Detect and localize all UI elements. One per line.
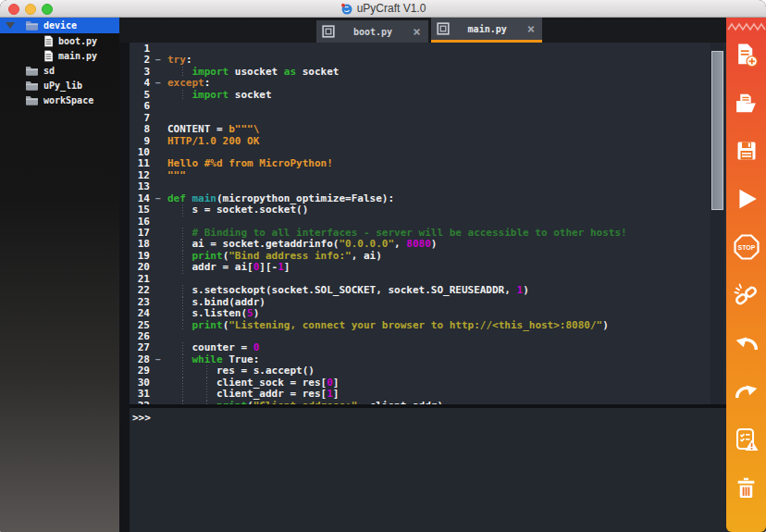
code-text: print("Client address:", client_addr) — [166, 401, 726, 404]
stop-button[interactable]: STOP — [726, 223, 766, 271]
undo-button[interactable] — [726, 319, 766, 367]
tab-main-py[interactable]: main.py× — [431, 18, 543, 43]
repl-prompt: >>> — [132, 412, 151, 424]
fold-gutter — [150, 136, 166, 147]
syntax-check-button[interactable] — [726, 415, 766, 464]
line-number: 24 — [130, 308, 150, 319]
fold-marker-icon[interactable]: − — [150, 193, 166, 204]
fold-marker-icon[interactable]: − — [150, 354, 166, 365]
window-controls — [8, 4, 53, 15]
fold-gutter — [150, 101, 166, 112]
code-text: import socket — [166, 90, 726, 101]
line-number: 31 — [130, 389, 150, 400]
fold-gutter — [150, 113, 166, 124]
code-line[interactable]: 6 — [130, 101, 726, 112]
editor-scrollbar-thumb[interactable] — [711, 51, 723, 210]
close-button[interactable] — [8, 4, 19, 15]
fold-gutter — [150, 217, 166, 228]
code-line[interactable]: 1 — [130, 43, 726, 55]
fold-gutter — [150, 170, 166, 181]
code-line[interactable]: 15 s = socket.socket() — [130, 204, 726, 216]
redo-icon — [734, 378, 760, 404]
sidebar-item-sd[interactable]: sd — [0, 63, 119, 78]
code-text: s = socket.socket() — [166, 204, 726, 216]
open-file-icon — [734, 91, 759, 116]
code-line[interactable]: 5 import socket — [130, 90, 726, 101]
open-file-button[interactable] — [726, 79, 766, 127]
fold-gutter — [150, 239, 166, 250]
connect-button[interactable] — [726, 271, 766, 319]
fold-gutter — [150, 365, 166, 377]
fold-gutter — [150, 124, 166, 135]
terminal-console[interactable]: >>> — [130, 408, 726, 532]
tab-bar: boot.py× main.py× — [119, 18, 726, 43]
save-button[interactable] — [726, 127, 766, 175]
line-number: 22 — [130, 285, 150, 296]
code-editor[interactable]: 12−try:3 import usocket as socket4−excep… — [130, 43, 726, 404]
code-text — [166, 101, 726, 112]
code-text: Hello #%d from MicroPython! — [166, 158, 726, 169]
sidebar-item-label: uPy_lib — [43, 80, 82, 91]
code-line[interactable]: 32 print("Client address:", client_addr) — [130, 401, 726, 404]
minimize-button[interactable] — [25, 4, 36, 15]
window-title: uPyCraft V1.0 — [357, 2, 426, 15]
fold-gutter — [150, 308, 166, 319]
editor-area: boot.py× main.py× 12−try:3 import usocke… — [119, 18, 726, 532]
code-line[interactable]: 9HTTP/1.0 200 OK — [130, 136, 726, 147]
tab-close-icon[interactable]: × — [411, 27, 422, 36]
fold-gutter — [150, 274, 166, 285]
tab-boot-py[interactable]: boot.py× — [316, 20, 428, 43]
undo-icon — [734, 330, 760, 356]
fold-marker-icon[interactable]: − — [150, 55, 166, 66]
toolbar: STOP — [726, 18, 766, 532]
zoom-button[interactable] — [42, 4, 53, 15]
fold-gutter — [150, 297, 166, 308]
download-run-button[interactable] — [726, 175, 766, 223]
sidebar-item-main-py[interactable]: main.py — [0, 48, 119, 63]
code-text: print("Listening, connect your browser t… — [166, 320, 726, 331]
code-line[interactable]: 11Hello #%d from MicroPython! — [130, 158, 726, 169]
disclosure-triangle-icon[interactable] — [6, 22, 15, 29]
line-number: 15 — [130, 204, 150, 216]
upycraft-window: uPyCraft V1.0 device boot.py main.py sd … — [0, 0, 766, 532]
new-file-button[interactable] — [726, 31, 766, 79]
sidebar-item-boot-py[interactable]: boot.py — [0, 33, 119, 48]
fold-gutter — [150, 67, 166, 78]
folder-icon — [25, 80, 39, 91]
tab-window-icon — [437, 22, 450, 35]
code-line[interactable]: 25 print("Listening, connect your browse… — [130, 320, 726, 331]
fold-marker-icon[interactable]: − — [150, 78, 166, 89]
folder-icon — [25, 20, 39, 31]
sidebar-item-upy-lib[interactable]: uPy_lib — [0, 78, 119, 93]
save-icon — [735, 139, 759, 163]
code-line[interactable]: 20 addr = ai[0][-1] — [130, 262, 726, 273]
toolbar-zigzag-decoration — [727, 19, 766, 31]
clear-button[interactable] — [726, 464, 766, 512]
fold-gutter — [150, 181, 166, 192]
code-line[interactable]: 12""" — [130, 170, 726, 181]
sidebar-item-label: sd — [43, 66, 55, 76]
fold-gutter — [150, 262, 166, 273]
fold-gutter — [150, 251, 166, 262]
code-text: HTTP/1.0 200 OK — [166, 136, 726, 147]
redo-button[interactable] — [726, 367, 766, 415]
fold-gutter — [150, 43, 166, 55]
app-logo-icon — [340, 3, 352, 15]
fold-gutter — [150, 389, 166, 400]
tab-close-icon[interactable]: × — [525, 24, 537, 33]
file-tree-sidebar: device boot.py main.py sd uPy_lib workSp… — [0, 18, 119, 532]
sidebar-item-label: main.py — [58, 51, 97, 61]
line-number: 29 — [130, 365, 150, 377]
run-icon — [734, 186, 760, 212]
code-line[interactable]: 3 import usocket as socket — [130, 67, 726, 78]
sidebar-item-device[interactable]: device — [0, 18, 119, 33]
sidebar-item-workspace[interactable]: workSpace — [0, 93, 119, 107]
line-number: 6 — [130, 101, 150, 112]
folder-icon — [25, 66, 39, 76]
fold-gutter — [150, 228, 166, 239]
title-bar: uPyCraft V1.0 — [0, 0, 766, 18]
tab-label: main.py — [457, 24, 518, 34]
code-text: addr = ai[0][-1] — [166, 262, 726, 273]
syntax-check-icon — [734, 427, 760, 452]
fold-gutter — [150, 285, 166, 296]
